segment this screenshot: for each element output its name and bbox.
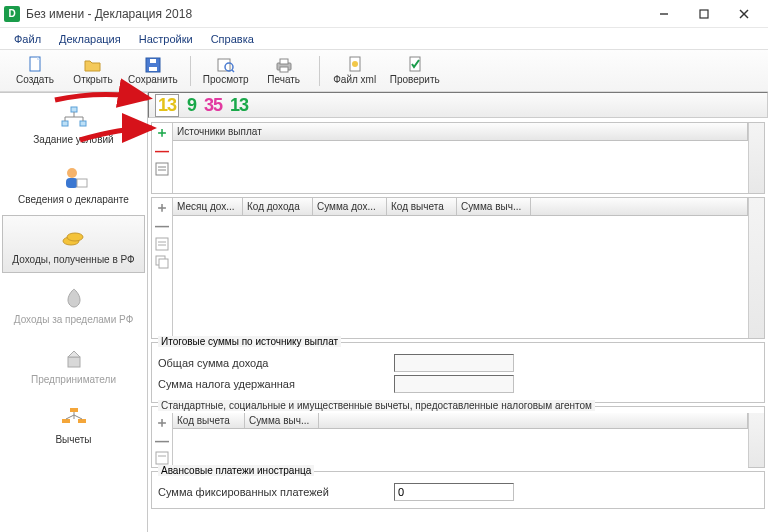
rate-13-yellow[interactable]: 13 xyxy=(155,94,179,117)
check-button[interactable]: Проверить xyxy=(386,52,444,90)
open-label: Открыть xyxy=(73,74,112,85)
deductions-icon xyxy=(59,404,89,432)
edit-income-button[interactable] xyxy=(154,236,170,252)
fixed-payments-input[interactable]: 0 xyxy=(394,483,514,501)
sources-header: Источники выплат xyxy=(173,123,748,140)
edit-agent-deduct-button[interactable] xyxy=(154,451,170,465)
svg-rect-14 xyxy=(280,59,288,64)
menu-declaration[interactable]: Декларация xyxy=(51,31,129,47)
conditions-icon xyxy=(59,104,89,132)
minimize-button[interactable] xyxy=(644,4,684,24)
save-button[interactable]: Сохранить xyxy=(124,52,182,90)
svg-rect-8 xyxy=(149,67,157,71)
col-deduct-code[interactable]: Код вычета xyxy=(387,198,457,215)
nav-deductions[interactable]: Вычеты xyxy=(2,395,145,453)
income-grid[interactable] xyxy=(173,216,748,338)
svg-rect-15 xyxy=(280,67,288,72)
rate-9[interactable]: 9 xyxy=(187,95,196,116)
nav-declarant[interactable]: Сведения о декларанте xyxy=(2,155,145,213)
add-agent-deduct-button[interactable]: ＋ xyxy=(154,415,170,431)
agent-deductions-legend: Стандартные, социальные и имущественные … xyxy=(158,400,595,411)
svg-rect-10 xyxy=(218,59,230,71)
svg-point-30 xyxy=(67,233,83,241)
menu-help[interactable]: Справка xyxy=(203,31,262,47)
side-nav: Задание условий Сведения о декларанте До… xyxy=(0,92,148,532)
col-agent-deduct-sum[interactable]: Сумма выч... xyxy=(245,413,319,428)
nav-income-abroad[interactable]: Доходы за пределами РФ xyxy=(2,275,145,333)
filexml-button[interactable]: Файл xml xyxy=(328,52,382,90)
rate-13-green[interactable]: 13 xyxy=(230,95,248,116)
nav-income-abroad-label: Доходы за пределами РФ xyxy=(14,314,133,325)
svg-rect-21 xyxy=(80,121,86,126)
toolbar-separator xyxy=(319,56,320,86)
nav-income-rf-label: Доходы, полученные в РФ xyxy=(12,254,134,265)
svg-rect-1 xyxy=(700,10,708,18)
remove-income-button[interactable]: — xyxy=(154,218,170,234)
foreigner-advances-box: Авансовые платежи иностранца Сумма фикси… xyxy=(151,471,765,509)
col-deduct-sum[interactable]: Сумма выч... xyxy=(457,198,531,215)
svg-rect-46 xyxy=(159,259,168,268)
open-button[interactable]: Открыть xyxy=(66,52,120,90)
tax-withheld-input[interactable] xyxy=(394,375,514,393)
nav-declarant-label: Сведения о декларанте xyxy=(18,194,129,205)
svg-rect-20 xyxy=(62,121,68,126)
menubar: Файл Декларация Настройки Справка xyxy=(0,28,768,50)
print-button[interactable]: Печать xyxy=(257,52,311,90)
declarant-icon xyxy=(59,164,89,192)
svg-rect-42 xyxy=(156,238,168,250)
income-abroad-icon xyxy=(59,284,89,312)
col-income-sum[interactable]: Сумма дох... xyxy=(313,198,387,215)
svg-rect-36 xyxy=(78,419,86,423)
main-pane: 13 9 35 13 ＋ — Источники выплат xyxy=(148,92,768,532)
close-button[interactable] xyxy=(724,4,764,24)
col-agent-deduct-code[interactable]: Код вычета xyxy=(173,413,245,428)
income-scrollbar[interactable] xyxy=(748,198,764,338)
app-icon: D xyxy=(4,6,20,22)
menu-file[interactable]: Файл xyxy=(6,31,49,47)
save-label: Сохранить xyxy=(128,74,178,85)
menu-settings[interactable]: Настройки xyxy=(131,31,201,47)
svg-marker-32 xyxy=(68,351,80,357)
income-rf-icon xyxy=(59,224,89,252)
svg-rect-27 xyxy=(66,178,78,188)
add-income-button[interactable]: ＋ xyxy=(154,200,170,216)
entrepreneurs-icon xyxy=(59,344,89,372)
create-label: Создать xyxy=(16,74,54,85)
nav-conditions[interactable]: Задание условий xyxy=(2,95,145,153)
tax-rate-bar: 13 9 35 13 xyxy=(148,92,768,118)
check-icon xyxy=(406,56,424,74)
create-button[interactable]: Создать xyxy=(8,52,62,90)
preview-button[interactable]: Просмотр xyxy=(199,52,253,90)
total-income-input[interactable] xyxy=(394,354,514,372)
xml-file-icon xyxy=(346,56,364,74)
agent-deduct-grid[interactable] xyxy=(173,429,748,469)
nav-deductions-label: Вычеты xyxy=(55,434,91,445)
remove-agent-deduct-button[interactable]: — xyxy=(154,433,170,449)
add-source-button[interactable]: ＋ xyxy=(154,125,170,141)
svg-rect-19 xyxy=(71,107,77,112)
col-income-code[interactable]: Код дохода xyxy=(243,198,313,215)
maximize-button[interactable] xyxy=(684,4,724,24)
svg-rect-39 xyxy=(156,163,168,175)
svg-rect-33 xyxy=(70,408,78,412)
col-month[interactable]: Месяц дох... xyxy=(173,198,243,215)
nav-conditions-label: Задание условий xyxy=(33,134,113,145)
print-label: Печать xyxy=(267,74,300,85)
total-income-label: Общая сумма дохода xyxy=(158,357,388,369)
agent-deduct-scrollbar[interactable] xyxy=(748,413,764,467)
nav-entrepreneurs[interactable]: Предприниматели xyxy=(2,335,145,393)
rate-35[interactable]: 35 xyxy=(204,95,222,116)
agent-deduct-toolbar: ＋ — xyxy=(152,413,172,467)
svg-point-26 xyxy=(67,168,77,178)
new-file-icon xyxy=(26,56,44,74)
edit-source-button[interactable] xyxy=(154,161,170,177)
svg-marker-6 xyxy=(85,61,100,71)
sources-grid[interactable] xyxy=(173,141,748,193)
remove-source-button[interactable]: — xyxy=(154,143,170,159)
repeat-income-button[interactable] xyxy=(154,254,170,270)
sources-scrollbar[interactable] xyxy=(748,123,764,193)
nav-income-rf[interactable]: Доходы, полученные в РФ xyxy=(2,215,145,273)
filexml-label: Файл xml xyxy=(333,74,376,85)
toolbar-separator xyxy=(190,56,191,86)
totals-box: Итоговые суммы по источнику выплат Общая… xyxy=(151,342,765,403)
